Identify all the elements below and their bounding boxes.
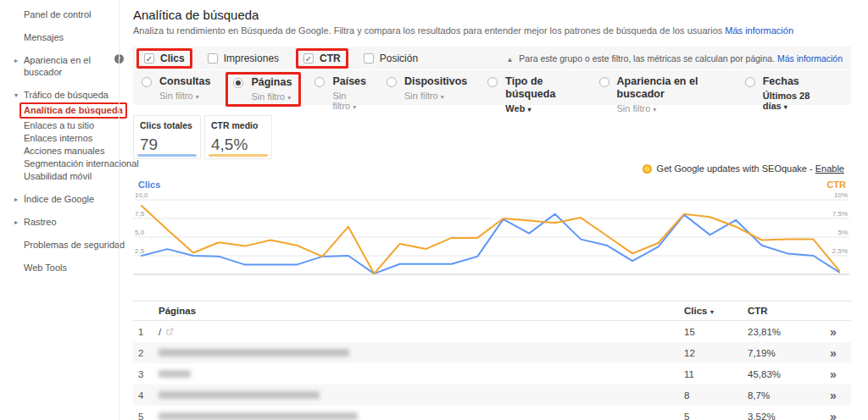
table-row[interactable]: 2127,19%» — [133, 342, 851, 363]
filter-value-dropdown[interactable]: Sin filtro ▾ — [332, 91, 366, 111]
expand-row-chevron-icon[interactable]: » — [815, 368, 851, 381]
card-value: 4,5% — [211, 135, 265, 154]
sidebar-item-usabilidad-movil[interactable]: Usabilidad móvil — [24, 170, 119, 182]
card-value: 79 — [140, 135, 194, 154]
table-row[interactable]: 31145,83%» — [133, 363, 851, 384]
sidebar-item-mensajes[interactable]: Mensajes — [24, 31, 119, 43]
sidebar-item-rastreo[interactable]: ▸Rastreo — [24, 216, 119, 228]
filter-paginas[interactable]: PáginasSin filtro ▾ — [225, 72, 301, 107]
sidebar-item-segmentacion-internacional[interactable]: Segmentación internacional — [24, 158, 119, 169]
filter-value-dropdown[interactable]: Sin filtro ▾ — [159, 91, 210, 101]
page-cell: / — [159, 327, 684, 337]
chevron-down-icon: ▾ — [784, 103, 787, 111]
filter-value-dropdown[interactable]: Sin filtro ▾ — [404, 91, 467, 101]
filter-label: Tipo de búsqueda — [505, 75, 578, 101]
seoquake-enable-link[interactable]: Enable — [815, 163, 844, 174]
checked-checkbox-icon[interactable]: ✓ — [303, 53, 314, 64]
page-cell — [159, 412, 684, 420]
ctr-value: 7,19% — [748, 348, 815, 358]
external-link-icon[interactable] — [166, 327, 174, 337]
clics-value: 8 — [684, 390, 748, 401]
left-axis-tick: 7,5 — [135, 210, 145, 218]
expand-row-chevron-icon[interactable]: » — [815, 389, 851, 402]
notice-learn-more-link[interactable]: Más información — [777, 53, 843, 64]
expand-row-chevron-icon[interactable]: » — [815, 410, 851, 420]
page-cell — [159, 370, 684, 378]
sidebar-item-web-tools[interactable]: Web Tools — [24, 262, 119, 274]
left-axis-tick: 10,0 — [135, 191, 148, 199]
filter-tipo-de-busqueda[interactable]: Tipo de búsquedaWeb ▾ — [487, 75, 578, 105]
right-axis-tick: 10% — [834, 191, 848, 199]
radio-icon[interactable] — [142, 77, 152, 87]
filter-consultas[interactable]: ConsultasSin filtro ▾ — [142, 75, 210, 105]
sidebar-item-indice-de-google[interactable]: ▸Índice de Google — [24, 193, 119, 205]
checked-checkbox-icon[interactable]: ✓ — [144, 53, 154, 64]
radio-selected-icon[interactable] — [233, 78, 243, 88]
radio-icon[interactable] — [599, 77, 609, 87]
metric-checkbox-posición[interactable]: Posición — [364, 52, 418, 64]
seoquake-banner: Get Google updates with SEOquake - Enabl… — [643, 163, 844, 174]
metric-checkbox-label: Posición — [380, 52, 418, 64]
sidebar-item-apariencia-en-el-buscador[interactable]: ▸Apariencia en el buscadori — [24, 54, 108, 78]
col-header-ctr[interactable]: CTR — [748, 306, 815, 316]
table-row[interactable]: 1/1523,81%» — [133, 321, 851, 342]
chart-axis-labels: Clics CTR — [133, 180, 851, 190]
filter-apariencia-en-el-buscador[interactable]: Apariencia en el buscadorSin filtro ▾ — [599, 75, 725, 105]
radio-icon[interactable] — [387, 77, 397, 87]
expand-row-chevron-icon[interactable]: » — [815, 346, 851, 360]
redacted-page-text — [159, 370, 191, 378]
right-axis-tick: 2,5% — [832, 247, 848, 255]
metric-checkbox-impresiones[interactable]: Impresiones — [208, 52, 279, 64]
unchecked-checkbox-icon[interactable] — [364, 53, 374, 64]
table-row[interactable]: 553,52%» — [133, 406, 851, 420]
metric-checkbox-ctr[interactable]: ✓CTR — [296, 48, 348, 69]
chevron-down-icon: ▾ — [14, 90, 18, 102]
card-underline — [209, 154, 268, 157]
filter-label: Páginas — [251, 76, 292, 89]
sidebar-item-label: Tráfico de búsqueda — [24, 90, 108, 100]
filter-value-dropdown[interactable]: Últimos 28 días ▾ — [763, 91, 822, 111]
filter-value-dropdown[interactable]: Sin filtro ▾ — [617, 103, 725, 113]
unchecked-checkbox-icon[interactable] — [208, 53, 218, 64]
radio-icon[interactable] — [314, 77, 325, 87]
filter-dispositivos[interactable]: DispositivosSin filtro ▾ — [387, 75, 467, 105]
sidebar-item-enlaces-a-tu-sitio[interactable]: Enlaces a tu sitio — [24, 119, 119, 131]
sidebar-item-problemas-de-seguridad[interactable]: Problemas de seguridad — [24, 239, 119, 251]
sidebar-item-label: Mensajes — [24, 32, 64, 42]
sidebar-item-panel-de-control[interactable]: Panel de control — [24, 8, 119, 20]
sidebar-item-enlaces-internos[interactable]: Enlaces internos — [24, 132, 119, 144]
right-axis-label: CTR — [826, 180, 846, 190]
row-number: 4 — [133, 390, 159, 401]
learn-more-link[interactable]: Más información — [725, 25, 793, 36]
summary-card-ctr-medio: CTR medio4,5% — [204, 115, 272, 159]
ctr-value: 8,7% — [748, 390, 815, 401]
expand-row-chevron-icon[interactable]: » — [815, 325, 851, 339]
metric-checkbox-label: Impresiones — [224, 52, 279, 64]
sidebar-item-trafico-de-busqueda[interactable]: ▾Tráfico de búsqueda — [24, 89, 119, 101]
filter-label: Fechas — [763, 75, 822, 88]
col-header-pages[interactable]: Páginas — [159, 306, 684, 316]
radio-icon[interactable] — [487, 77, 498, 87]
filter-value-dropdown[interactable]: Web ▾ — [505, 103, 578, 113]
metric-checkbox-clics[interactable]: ✓Clics — [136, 48, 192, 69]
card-underline — [137, 154, 197, 157]
filter-label: Dispositivos — [404, 75, 467, 88]
sort-desc-icon: ▼ — [709, 309, 715, 315]
sidebar-item-label: Apariencia en el buscador — [24, 55, 91, 77]
series-line-ctr — [142, 206, 839, 274]
left-axis-label: Clics — [138, 180, 160, 190]
sidebar-item-label: Acciones manuales — [24, 146, 104, 156]
chevron-down-icon: ▾ — [527, 106, 531, 113]
page-link[interactable]: / — [159, 327, 161, 337]
filter-paises[interactable]: PaísesSin filtro ▾ — [314, 75, 366, 105]
sidebar-item-acciones-manuales[interactable]: Acciones manuales — [24, 145, 119, 157]
table-row[interactable]: 488,7%» — [133, 384, 851, 406]
col-header-clics[interactable]: Clics▼ — [684, 306, 748, 316]
filter-label: Consultas — [159, 75, 210, 88]
sidebar-item-analitica-de-busqueda[interactable]: Analítica de búsqueda — [24, 102, 119, 119]
filter-fechas[interactable]: FechasÚltimos 28 días ▾ — [745, 75, 822, 105]
sidebar-subsection: Analítica de búsquedaEnlaces a tu sitioE… — [0, 102, 119, 182]
radio-icon[interactable] — [745, 77, 755, 87]
filter-value-dropdown[interactable]: Sin filtro ▾ — [251, 91, 292, 102]
clics-value: 5 — [684, 412, 748, 420]
